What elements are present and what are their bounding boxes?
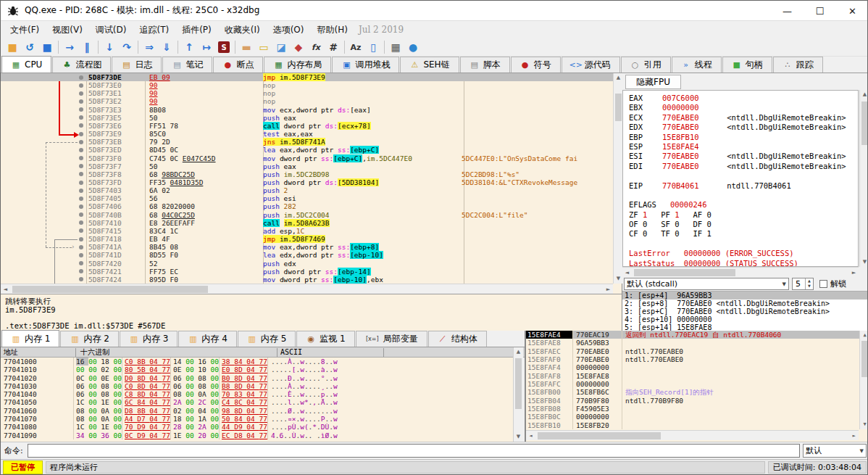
tab-内存 4[interactable]: ▥内存 4 — [178, 331, 236, 347]
command-input[interactable] — [28, 444, 800, 458]
scylla-icon[interactable]: S — [215, 40, 233, 55]
tab-内存 5[interactable]: ▥内存 5 — [238, 331, 296, 347]
pause-icon[interactable]: ‖ — [78, 40, 96, 55]
registers-view[interactable]: EAX007C6000EBX00000000ECX770EABE0 <ntdll… — [622, 90, 859, 267]
hash-icon[interactable]: # — [325, 40, 342, 55]
tab-CPU[interactable]: ▦CPU — [1, 56, 51, 73]
stack-row[interactable]: 15E8FAF0770EABE0ntdll.770EABE0 — [526, 355, 868, 363]
labels-icon[interactable]: ◪ — [272, 40, 290, 55]
tab-内存布局[interactable]: ▦内存布局 — [264, 57, 331, 73]
disasm-row[interactable]: 5D8F73E290nop — [1, 97, 613, 105]
breakpoint-dot[interactable] — [79, 277, 83, 281]
tab-脚本[interactable]: ▤脚本 — [460, 57, 510, 73]
disasm-row[interactable]: 5D8F73E090nop — [1, 81, 613, 89]
disasm-row[interactable]: 5D8F73E190nop — [1, 89, 613, 97]
tab-引用[interactable]: ○引用 — [621, 57, 671, 73]
tab-断点[interactable]: ●断点 — [213, 57, 263, 73]
menu-item[interactable]: 选项(O) — [267, 22, 311, 38]
stack-row[interactable]: 15E8FAEC770EABE0ntdll.770EABE0 — [526, 347, 868, 355]
breakpoint-dot[interactable] — [79, 91, 83, 96]
disasm-row[interactable]: 5D8F73FDFF35 0481D35Dpush dword ptr ds:[… — [1, 178, 613, 186]
memory-dump-view[interactable]: 7704100016 00 18 00C0 8B 04 7714 00 16 0… — [1, 358, 513, 442]
breakpoint-dot[interactable] — [79, 172, 83, 176]
disasm-row[interactable]: 5D8F73E550push eax — [1, 114, 613, 122]
stack-row[interactable]: 15E8FAE4770EAC19返回到 ntdll.770EAC19 自 ntd… — [526, 331, 868, 339]
breakpoint-dot[interactable] — [79, 269, 83, 273]
stepper-arrows[interactable]: ▲▼ — [805, 278, 813, 289]
dump-row[interactable]: 7704103006 00 08 00C0 8D 04 7706 00 08 0… — [1, 382, 513, 390]
register-row[interactable]: EAX007C6000 — [629, 94, 858, 103]
run-to-user-code-icon[interactable]: ⇒ — [141, 40, 158, 55]
registers-vertical-scrollbar[interactable]: ▲ ▼ — [859, 90, 868, 267]
flags-row[interactable]: ZF 1 PF 1 AF 0 — [629, 210, 858, 220]
stack-row[interactable]: 15E8FAFC00000000 — [526, 380, 868, 388]
tab-笔记[interactable]: ▤笔记 — [162, 57, 212, 73]
stack-row[interactable]: 15E8FB0015E8FB6C指向SEH_Record[1]的指针 — [526, 388, 868, 396]
disassembly-panel[interactable]: › 5D8F73DEEB 09jmp im.5D8F73E95D8F73E090… — [1, 73, 622, 294]
tab-监视 1[interactable]: ◉监视 1 — [296, 331, 354, 347]
argument-row[interactable]: 5: [esp+14] 15E8FAE8 — [622, 323, 868, 331]
run-icon[interactable]: → — [61, 40, 78, 55]
disasm-row[interactable]: 5D8F740556push esi — [1, 194, 613, 202]
tab-跟踪[interactable]: ∴跟踪 — [773, 57, 823, 73]
disasm-row[interactable]: 5D8F741A8B45 08mov eax,dword ptr ss:[ebp… — [1, 243, 613, 251]
disasm-row[interactable]: 5D8F73ED8D45 0Clea eax,dword ptr ss:[ebp… — [1, 146, 613, 154]
menu-item[interactable]: 帮助(H) — [310, 22, 354, 38]
last-error-row[interactable]: LastError 00000000 (ERROR_SUCCESS) — [629, 249, 858, 258]
breakpoint-dot[interactable] — [79, 189, 83, 193]
argument-row[interactable]: 4: [esp+10] 00000000 — [622, 315, 868, 323]
breakpoint-dot[interactable] — [79, 220, 83, 225]
registers-horizontal-scrollbar[interactable]: ◄ ► — [622, 267, 859, 277]
dump-row[interactable]: 7704106008 00 0A 00D8 8B 04 7702 00 04 0… — [1, 407, 513, 415]
breakpoint-dot[interactable] — [79, 164, 83, 168]
arg-count-stepper[interactable]: 5 ▲▼ — [792, 278, 814, 290]
stack-row[interactable]: 15E8FB04770B9F80ntdll.770B9F80 — [526, 397, 868, 405]
restart-icon[interactable]: ↺ — [21, 40, 38, 55]
tab-内存 3[interactable]: ▥内存 3 — [120, 331, 178, 347]
goto-user-icon[interactable]: ↦ — [198, 40, 215, 55]
disasm-row[interactable]: 5D8F741583C4 1Cadd esp,1C — [1, 227, 613, 235]
dump-row[interactable]: 770410200C 00 0E 00D0 8D 04 7706 00 08 0… — [1, 374, 513, 382]
register-row[interactable]: EDI770EABE0 <ntdll.DbgUiRemoteBreakin> — [629, 162, 858, 171]
disasm-row[interactable]: 5D8F73F0C745 0C E047C45Dmov dword ptr ss… — [1, 154, 613, 162]
dump-row[interactable]: 770410501C 00 1E 006C 84 04 772A 00 2C 0… — [1, 398, 513, 406]
disasm-horizontal-scrollbar[interactable]: ◄ ► — [1, 284, 613, 294]
disasm-row[interactable]: 5D8F740668 82020000push 282 — [1, 202, 613, 210]
bookmarks-icon[interactable]: ◆ — [290, 40, 307, 55]
disasm-row[interactable]: 5D8F741D8D55 F0lea edx,dword ptr ss:[ebp… — [1, 251, 613, 259]
tab-句柄[interactable]: ■句柄 — [722, 57, 772, 73]
modules-icon[interactable]: ▯ — [364, 40, 382, 55]
disasm-row[interactable]: 5D8F742052push edx — [1, 260, 613, 268]
dump-vertical-scrollbar[interactable]: ▲ ▼ — [513, 347, 523, 442]
hide-fpu-button[interactable]: 隐藏FPU — [625, 75, 681, 89]
breakpoint-dot[interactable] — [79, 156, 83, 160]
register-row[interactable]: EIP770B4061 ntdll.770B4061 — [629, 181, 858, 191]
argument-row[interactable]: 3: [esp+C] 770EABE0 <ntdll.DbgUiRemoteBr… — [622, 307, 868, 315]
register-row[interactable]: EBP15E8FB10 — [629, 133, 858, 142]
register-row[interactable]: EDX770EABE0 <ntdll.DbgUiRemoteBreakin> — [629, 123, 858, 132]
arguments-view[interactable]: 1: [esp+4] 96A59BB32: [esp+8] 770EABE0 <… — [622, 291, 868, 331]
stack-row[interactable]: 15E8FAE896A59BB3 — [526, 339, 868, 347]
stack-vertical-scrollbar[interactable]: ▲ ▼ — [859, 331, 868, 429]
disasm-row[interactable]: 5D8F7410E8 26EEFAFFcall im.5D8A623B — [1, 219, 613, 227]
tab-内存 1[interactable]: ▥内存 1 — [1, 330, 59, 347]
help-globe-icon[interactable]: ● — [404, 40, 422, 55]
patches-icon[interactable]: ▬ — [238, 40, 255, 55]
breakpoint-dot[interactable] — [79, 205, 83, 209]
breakpoint-dot[interactable] — [79, 181, 83, 185]
command-type-select[interactable]: 默认▼ — [803, 444, 867, 458]
tab-结构体[interactable]: ⟋结构体 — [428, 331, 487, 347]
step-over-icon[interactable]: ↷ — [118, 40, 135, 55]
breakpoint-dot[interactable] — [79, 212, 83, 217]
stack-horizontal-scrollbar[interactable]: ◄ ► — [526, 430, 859, 440]
functions-icon[interactable]: fx — [307, 40, 325, 55]
disasm-vertical-scrollbar[interactable]: ▲ ▼ — [613, 73, 622, 284]
breakpoint-dot[interactable] — [79, 107, 83, 112]
stack-row[interactable]: 15E8FAF400000000 — [526, 363, 868, 371]
close-button[interactable]: ✕ — [836, 1, 868, 21]
breakpoint-dot[interactable] — [79, 115, 83, 120]
open-file-icon[interactable]: ■ — [4, 40, 21, 55]
minimize-button[interactable]: — — [771, 1, 804, 21]
disasm-row[interactable]: 5D8F73E6FF51 78call dword ptr ds:[ecx+78… — [1, 122, 613, 130]
maximize-button[interactable]: ☐ — [804, 1, 836, 21]
